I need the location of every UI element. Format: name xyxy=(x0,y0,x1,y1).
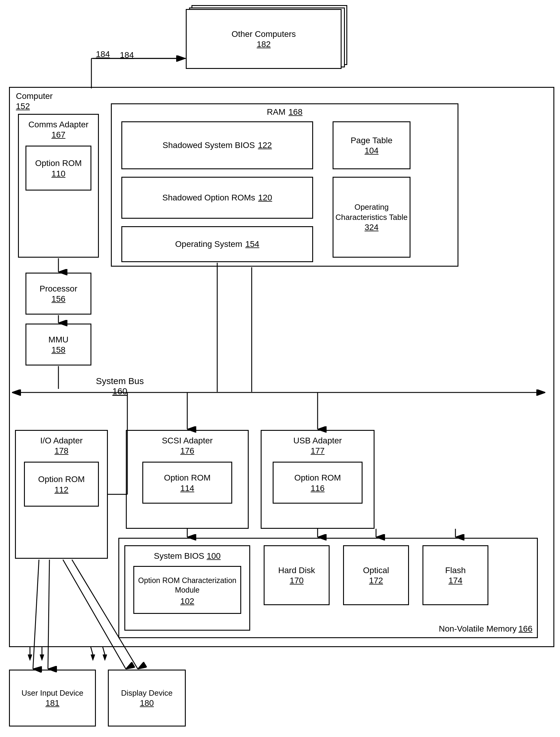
option-rom-112-box: Option ROM 112 xyxy=(24,462,99,507)
other-computers-id: 182 xyxy=(257,40,271,49)
hard-disk-box: Hard Disk 170 xyxy=(264,545,330,605)
svg-marker-20 xyxy=(103,655,107,661)
operating-system-id: 154 xyxy=(245,239,259,249)
mmu-title: MMU xyxy=(49,334,69,345)
scsi-adapter-id: 176 xyxy=(180,446,194,456)
comms-adapter-title: Comms Adapter xyxy=(28,119,89,130)
user-input-id: 181 xyxy=(46,698,60,708)
option-rom-116-box: Option ROM 116 xyxy=(273,462,363,504)
option-rom-char-title: Option ROM Characterization Module xyxy=(134,574,240,596)
computer-label: Computer xyxy=(16,91,53,102)
nvm-id: 166 xyxy=(518,624,532,634)
processor-id: 156 xyxy=(52,294,66,304)
display-device-id: 180 xyxy=(140,698,154,708)
option-rom-114-id: 114 xyxy=(180,484,194,493)
option-rom-110-id: 110 xyxy=(52,169,66,179)
operating-characteristics-title: Operating Characteristics Table xyxy=(333,202,410,223)
display-device-title: Display Device xyxy=(121,688,173,698)
computer-id: 152 xyxy=(16,102,53,111)
usb-adapter-id: 177 xyxy=(311,446,325,456)
comms-adapter-id: 167 xyxy=(52,130,66,140)
comms-adapter-box: Comms Adapter 167 Option ROM 110 xyxy=(18,114,99,258)
other-computers-title: Other Computers xyxy=(232,29,296,40)
system-bios-box: System BIOS 100 Option ROM Characterizat… xyxy=(124,545,250,631)
processor-title: Processor xyxy=(40,283,77,294)
flash-title: Flash xyxy=(445,565,466,576)
option-rom-char-id: 102 xyxy=(180,596,194,606)
option-rom-110-box: Option ROM 110 xyxy=(25,146,91,191)
operating-characteristics-id: 324 xyxy=(365,223,379,232)
ram-id: 168 xyxy=(289,107,303,117)
optical-id: 172 xyxy=(369,576,383,585)
nvm-title: Non-Volatile Memory xyxy=(439,623,517,634)
option-rom-112-id: 112 xyxy=(55,485,69,495)
user-input-box: User Input Device 181 xyxy=(9,670,96,727)
operating-system-box: Operating System 154 xyxy=(121,226,313,262)
arrow-184-label: 184 xyxy=(96,49,110,59)
option-rom-116-title: Option ROM xyxy=(294,472,341,483)
io-adapter-box: I/O Adapter 178 Option ROM 112 xyxy=(15,430,108,559)
user-input-title: User Input Device xyxy=(22,688,84,698)
arrow-184-number: 184 xyxy=(120,50,134,60)
diagram: Other Computers 182 184 Computer 152 RAM… xyxy=(0,0,560,737)
page-table-id: 104 xyxy=(365,146,379,155)
shadowed-option-roms-title: Shadowed Option ROMs xyxy=(162,192,255,203)
scsi-adapter-box: SCSI Adapter 176 Option ROM 114 xyxy=(126,430,249,529)
option-rom-114-box: Option ROM 114 xyxy=(142,462,232,504)
option-rom-112-title: Option ROM xyxy=(38,474,85,485)
mmu-id: 158 xyxy=(52,345,66,355)
io-adapter-id: 178 xyxy=(55,446,69,456)
operating-system-title: Operating System xyxy=(175,239,242,250)
system-bus-label: System Bus 160 xyxy=(96,376,144,396)
svg-marker-18 xyxy=(91,655,95,661)
option-rom-116-id: 116 xyxy=(311,484,325,493)
processor-box: Processor 156 xyxy=(25,273,91,315)
display-device-box: Display Device 180 xyxy=(108,670,186,727)
shadowed-bios-title: Shadowed System BIOS xyxy=(163,140,255,151)
hard-disk-id: 170 xyxy=(290,576,304,585)
other-computers-box: Other Computers 182 xyxy=(186,9,342,69)
optical-title: Optical xyxy=(363,565,389,576)
page-table-box: Page Table 104 xyxy=(333,121,410,169)
usb-adapter-box: USB Adapter 177 Option ROM 116 xyxy=(261,430,375,529)
io-adapter-title: I/O Adapter xyxy=(40,435,83,446)
svg-marker-14 xyxy=(28,655,32,661)
optical-box: Optical 172 xyxy=(343,545,409,605)
scsi-adapter-title: SCSI Adapter xyxy=(162,435,213,446)
ram-title: RAM xyxy=(267,107,286,117)
shadowed-bios-box: Shadowed System BIOS 122 xyxy=(121,121,313,169)
page-table-title: Page Table xyxy=(351,135,393,146)
shadowed-option-roms-id: 120 xyxy=(258,193,272,203)
system-bios-title: System BIOS xyxy=(154,551,204,561)
operating-characteristics-box: Operating Characteristics Table 324 xyxy=(333,177,410,258)
system-bios-id: 100 xyxy=(207,551,221,561)
option-rom-110-title: Option ROM xyxy=(35,158,82,169)
option-rom-char-box: Option ROM Characterization Module 102 xyxy=(133,566,241,614)
usb-adapter-title: USB Adapter xyxy=(293,435,342,446)
option-rom-114-title: Option ROM xyxy=(164,472,211,483)
svg-marker-16 xyxy=(40,655,44,661)
flash-box: Flash 174 xyxy=(422,545,488,605)
mmu-box: MMU 158 xyxy=(25,324,91,366)
shadowed-option-roms-box: Shadowed Option ROMs 120 xyxy=(121,177,313,219)
shadowed-bios-id: 122 xyxy=(258,141,272,150)
hard-disk-title: Hard Disk xyxy=(278,565,315,576)
flash-id: 174 xyxy=(449,576,463,585)
